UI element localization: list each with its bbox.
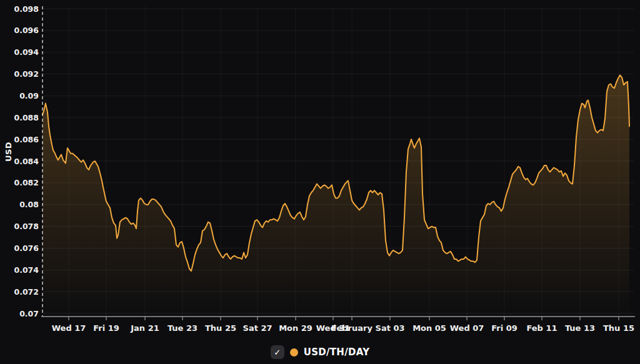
series-area-fill bbox=[42, 75, 629, 317]
y-tick-label: 0.09 bbox=[19, 91, 39, 101]
x-axis-labels: Wed 17Fri 19Jan 21Tue 23Thu 25Sat 27Mon … bbox=[52, 323, 634, 333]
y-tick-label: 0.096 bbox=[14, 26, 39, 35]
x-tick-label: Sat 03 bbox=[376, 323, 405, 333]
x-tick-label: Jan 21 bbox=[130, 323, 159, 333]
x-tick-label: Wed 07 bbox=[450, 323, 484, 333]
hashprice-chart-page: 0.0980.0960.0940.0920.090.0880.0860.0840… bbox=[0, 0, 640, 364]
area-fill bbox=[42, 75, 629, 317]
legend-series-label[interactable]: USD/TH/DAY bbox=[304, 347, 370, 358]
legend-checkbox[interactable]: ✓ bbox=[271, 345, 284, 359]
y-tick-label: 0.094 bbox=[14, 47, 39, 57]
x-tick-label: Fri 09 bbox=[491, 323, 518, 333]
x-axis bbox=[41, 317, 635, 320]
x-tick-label: Thu 25 bbox=[205, 323, 236, 333]
y-tick-label: 0.07 bbox=[19, 309, 39, 318]
x-tick-label: Fri 19 bbox=[93, 323, 119, 333]
x-tick-label: Sat 27 bbox=[243, 323, 272, 333]
x-tick-label: Mon 29 bbox=[279, 323, 312, 333]
price-chart[interactable]: 0.0980.0960.0940.0920.090.0880.0860.0840… bbox=[0, 0, 640, 364]
x-tick-label: Mon 05 bbox=[412, 323, 446, 333]
y-tick-label: 0.098 bbox=[14, 4, 39, 14]
x-tick-label: Tue 23 bbox=[168, 323, 198, 333]
series-color-dot bbox=[290, 348, 298, 357]
checkmark-icon: ✓ bbox=[274, 348, 281, 357]
y-axis-labels: 0.0980.0960.0940.0920.090.0880.0860.0840… bbox=[14, 4, 39, 318]
y-tick-label: 0.08 bbox=[19, 200, 39, 209]
y-tick-label: 0.086 bbox=[14, 135, 39, 144]
x-tick-label: Thu 15 bbox=[603, 323, 634, 333]
y-tick-label: 0.074 bbox=[14, 265, 39, 275]
y-tick-label: 0.088 bbox=[14, 113, 39, 122]
y-tick-label: 0.092 bbox=[14, 69, 39, 79]
legend: ✓ USD/TH/DAY bbox=[0, 345, 640, 359]
x-tick-label: Tue 13 bbox=[565, 323, 595, 333]
y-tick-label: 0.078 bbox=[14, 222, 39, 231]
x-tick-label: Feb 11 bbox=[526, 323, 557, 333]
y-tick-label: 0.076 bbox=[14, 243, 39, 253]
y-tick-label: 0.084 bbox=[14, 157, 39, 166]
x-tick-label: Wed 17 bbox=[52, 323, 86, 333]
y-axis-title: USD bbox=[4, 142, 13, 162]
x-tick-label: February bbox=[331, 323, 372, 333]
y-tick-label: 0.082 bbox=[14, 178, 39, 187]
y-tick-label: 0.072 bbox=[14, 287, 39, 297]
